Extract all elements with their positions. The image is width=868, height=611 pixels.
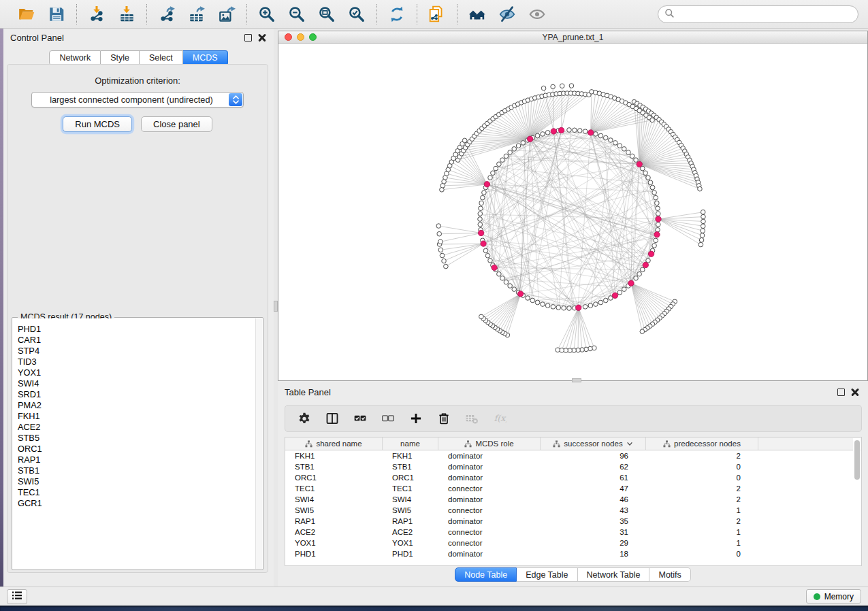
mcds-hub-node[interactable] <box>656 216 661 222</box>
network-node[interactable] <box>699 238 704 243</box>
mcds-result-item[interactable]: ACE2 <box>18 422 255 433</box>
network-node[interactable] <box>617 291 622 295</box>
network-node[interactable] <box>577 129 582 133</box>
column-settings-icon[interactable] <box>296 410 312 427</box>
network-node[interactable] <box>535 133 540 138</box>
network-node[interactable] <box>640 329 645 334</box>
search-box[interactable] <box>658 5 858 23</box>
network-node[interactable] <box>643 171 648 176</box>
table-scrollbar-thumb[interactable] <box>854 440 860 480</box>
mcds-result-item[interactable]: STP4 <box>18 346 255 357</box>
delete-column-icon[interactable] <box>436 410 452 427</box>
network-node[interactable] <box>482 191 487 195</box>
tab-style[interactable]: Style <box>101 50 140 65</box>
export-image-icon[interactable] <box>216 4 237 24</box>
mcds-hub-node[interactable] <box>551 129 556 134</box>
close-panel-button[interactable]: Close panel <box>141 116 212 132</box>
column-header-MCDS-role[interactable]: MCDS role <box>438 437 541 450</box>
network-node[interactable] <box>634 158 639 163</box>
network-node[interactable] <box>652 191 657 195</box>
network-node[interactable] <box>613 141 617 146</box>
column-header-name[interactable]: name <box>383 437 438 450</box>
show-columns-icon[interactable] <box>324 410 340 427</box>
network-node[interactable] <box>438 240 443 244</box>
network-node[interactable] <box>701 224 705 229</box>
mcds-result-item[interactable]: SWI4 <box>18 378 255 389</box>
column-header-shared-name[interactable]: shared name <box>285 437 383 450</box>
mcds-result-item[interactable]: TEC1 <box>18 487 255 498</box>
control-panel-close-icon[interactable] <box>258 33 267 42</box>
table-row[interactable]: RAP1RAP1dominator352 <box>285 516 861 527</box>
network-node[interactable] <box>598 133 603 138</box>
mcds-hub-node[interactable] <box>478 230 483 235</box>
network-node[interactable] <box>698 186 703 191</box>
mcds-hub-node[interactable] <box>637 161 642 167</box>
network-node[interactable] <box>569 84 574 88</box>
network-node[interactable] <box>656 206 660 211</box>
mcds-result-item[interactable]: CAR1 <box>18 335 255 346</box>
network-node[interactable] <box>573 128 577 133</box>
network-node[interactable] <box>656 227 660 232</box>
network-node[interactable] <box>516 144 521 148</box>
mcds-hub-node[interactable] <box>575 305 581 310</box>
tab-node-table[interactable]: Node Table <box>455 567 517 582</box>
network-node[interactable] <box>504 154 509 159</box>
network-node[interactable] <box>485 253 490 258</box>
export-network-icon[interactable] <box>157 4 177 24</box>
network-node[interactable] <box>545 131 550 135</box>
table-row[interactable]: SWI4SWI4dominator462 <box>285 494 861 505</box>
table-panel-float-icon[interactable] <box>837 389 845 396</box>
network-node[interactable] <box>641 267 645 272</box>
deselect-all-icon[interactable] <box>380 410 396 427</box>
mcds-result-item[interactable]: ORC1 <box>18 444 255 455</box>
column-header-successor-nodes[interactable]: successor nodes <box>541 437 646 450</box>
network-node[interactable] <box>478 212 483 216</box>
table-row[interactable]: ORC1ORC1dominator610 <box>285 472 861 483</box>
network-node[interactable] <box>701 210 705 214</box>
network-node[interactable] <box>508 150 513 155</box>
network-node[interactable] <box>652 244 657 248</box>
network-node[interactable] <box>598 300 603 305</box>
table-row[interactable]: SWI5SWI5connector431 <box>285 505 861 516</box>
network-node[interactable] <box>583 305 588 310</box>
network-node[interactable] <box>567 128 572 133</box>
network-overview-icon[interactable] <box>467 4 487 24</box>
run-mcds-button[interactable]: Run MCDS <box>63 116 132 132</box>
network-node[interactable] <box>491 171 496 176</box>
network-node[interactable] <box>512 147 517 152</box>
mcds-result-item[interactable]: STB1 <box>18 465 255 476</box>
mcds-hub-node[interactable] <box>654 232 660 237</box>
network-node[interactable] <box>656 212 660 216</box>
refresh-layout-icon[interactable] <box>387 4 407 24</box>
network-node[interactable] <box>479 206 483 211</box>
network-node[interactable] <box>594 132 598 137</box>
network-node[interactable] <box>650 118 655 122</box>
open-file-icon[interactable] <box>16 4 37 24</box>
mcds-hub-node[interactable] <box>643 262 648 267</box>
network-node[interactable] <box>483 248 488 253</box>
network-node[interactable] <box>637 271 642 276</box>
mcds-hub-node[interactable] <box>492 265 497 270</box>
network-node[interactable] <box>512 287 517 292</box>
zoom-in-icon[interactable] <box>257 4 277 24</box>
network-node[interactable] <box>526 296 530 301</box>
network-node[interactable] <box>541 302 545 307</box>
network-node[interactable] <box>442 259 447 263</box>
table-row[interactable]: PHD1PHD1dominator180 <box>285 548 861 559</box>
network-node[interactable] <box>701 219 706 224</box>
tab-motifs[interactable]: Motifs <box>649 567 690 582</box>
network-node[interactable] <box>494 166 498 171</box>
network-node[interactable] <box>521 141 526 146</box>
network-node[interactable] <box>594 302 598 307</box>
network-node[interactable] <box>650 185 655 190</box>
mcds-hub-node[interactable] <box>517 291 523 297</box>
network-node[interactable] <box>698 242 703 247</box>
table-row[interactable]: STB1STB1dominator620 <box>285 461 861 472</box>
show-panels-menu-button[interactable] <box>7 589 27 604</box>
mcds-result-item[interactable]: PMA2 <box>18 400 255 411</box>
network-node[interactable] <box>700 233 705 238</box>
table-row[interactable]: TEC1TEC1connector472 <box>285 483 861 494</box>
mcds-hub-node[interactable] <box>484 182 489 187</box>
network-node[interactable] <box>634 276 639 281</box>
network-node[interactable] <box>530 298 535 303</box>
